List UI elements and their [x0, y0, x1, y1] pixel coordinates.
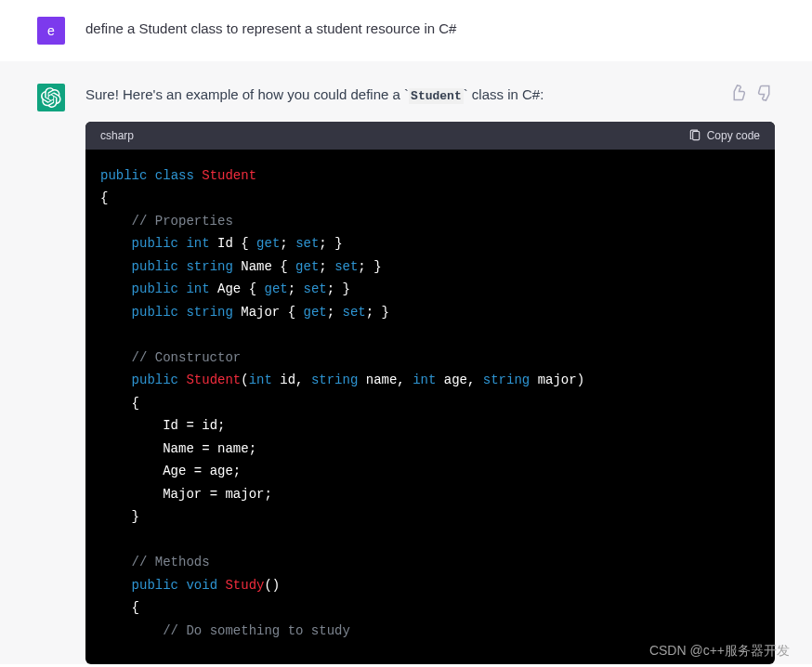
token-student-ctor: Student [186, 373, 241, 387]
token-string: string [483, 373, 530, 387]
token-student: Student [202, 168, 256, 183]
token-param-major: major [538, 373, 577, 387]
token-public: public [132, 281, 178, 296]
copy-code-button[interactable]: Copy code [688, 129, 760, 142]
token-assign-major: Major = major; [163, 487, 272, 502]
token-get: get [304, 305, 327, 320]
reaction-buttons [728, 84, 775, 102]
token-param-age: age [444, 373, 467, 387]
token-get: get [295, 259, 319, 274]
user-avatar: e [37, 17, 65, 45]
token-comment-ctor: // Constructor [132, 350, 242, 365]
code-block: csharp Copy code public class Student { … [85, 122, 775, 665]
token-string: string [311, 373, 358, 387]
svg-rect-0 [692, 131, 699, 139]
thumbs-down-button[interactable] [756, 84, 775, 102]
clipboard-icon [688, 129, 701, 142]
token-comment-study: // Do something to study [163, 623, 350, 638]
token-assign-id: Id = id; [163, 418, 225, 433]
token-brace: { [100, 190, 108, 205]
token-set: set [334, 259, 358, 274]
thumbs-up-button[interactable] [728, 84, 747, 102]
token-public: public [132, 259, 178, 274]
token-major: Major [241, 305, 280, 320]
token-void: void [186, 578, 217, 593]
user-avatar-letter: e [47, 23, 55, 38]
assistant-text: Sure! Here's an example of how you could… [85, 84, 775, 107]
assistant-content: Sure! Here's an example of how you could… [85, 84, 775, 664]
token-comment-methods: // Methods [132, 555, 210, 569]
token-name: Name [241, 259, 272, 274]
assistant-message-row: Sure! Here's an example of how you could… [0, 61, 812, 664]
token-get: get [256, 236, 280, 251]
token-public: public [132, 373, 178, 387]
assistant-avatar [37, 84, 65, 111]
token-public: public [132, 236, 178, 251]
token-id: Id [217, 236, 233, 251]
watermark-text: CSDN @c++服务器开发 [649, 643, 790, 660]
user-message-row: e define a Student class to represent a … [0, 0, 812, 61]
code-language-label: csharp [100, 129, 134, 142]
token-comment-props: // Properties [132, 214, 233, 229]
user-message-text: define a Student class to represent a st… [85, 17, 456, 36]
inline-code-student: Student [409, 88, 464, 104]
assistant-text-before: Sure! Here's an example of how you could… [85, 86, 404, 102]
token-get: get [265, 281, 288, 296]
copy-code-label: Copy code [707, 129, 760, 142]
token-age: Age [217, 281, 241, 296]
token-public: public [132, 578, 178, 593]
thumbs-down-icon [757, 85, 774, 101]
token-public: public [100, 168, 147, 183]
token-class: class [155, 168, 194, 183]
token-assign-age: Age = age; [163, 464, 241, 478]
code-header: csharp Copy code [85, 122, 775, 150]
token-string: string [186, 259, 232, 274]
token-string: string [186, 305, 232, 320]
token-study: Study [225, 578, 264, 593]
token-set: set [295, 236, 319, 251]
token-set: set [343, 305, 366, 320]
token-int: int [186, 281, 209, 296]
token-public: public [132, 305, 178, 320]
token-int: int [186, 236, 209, 251]
token-assign-name: Name = name; [163, 441, 256, 456]
token-param-name: name [366, 373, 398, 387]
token-int: int [413, 373, 436, 387]
thumbs-up-icon [729, 85, 746, 101]
token-param-id: id [280, 373, 295, 387]
assistant-text-after: class in C#: [468, 86, 544, 102]
token-set: set [304, 281, 327, 296]
openai-logo-icon [41, 87, 61, 108]
token-int: int [249, 373, 272, 387]
code-content: public class Student { // Properties pub… [85, 150, 775, 665]
